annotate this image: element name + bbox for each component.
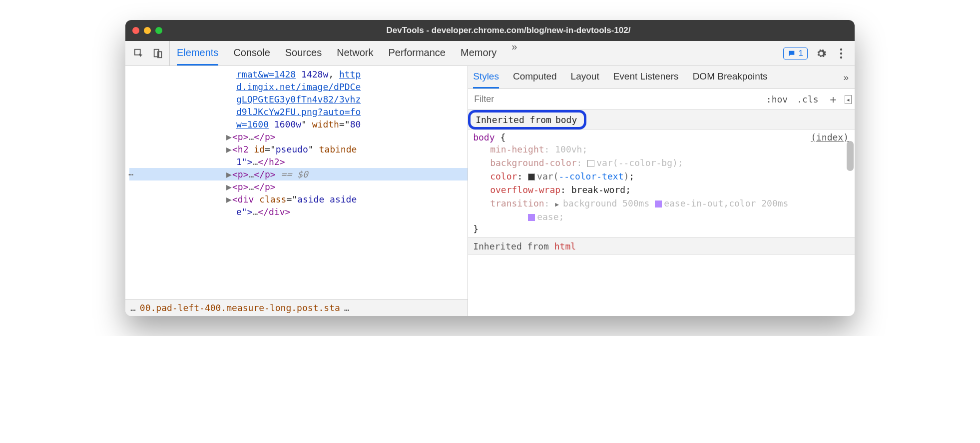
elements-panel: rmat&w=1428 1428w, http d.imgix.net/imag… xyxy=(125,66,468,316)
color-swatch-icon[interactable] xyxy=(528,174,535,180)
svg-point-5 xyxy=(840,56,842,58)
panel-tabs: Elements Console Sources Network Perform… xyxy=(170,41,776,66)
expand-icon[interactable]: ▶ xyxy=(226,169,231,180)
dom-tree[interactable]: rmat&w=1428 1428w, http d.imgix.net/imag… xyxy=(125,66,468,299)
tab-console[interactable]: Console xyxy=(233,41,270,66)
titlebar: DevTools - developer.chrome.com/blog/new… xyxy=(125,20,855,41)
inherited-from-element[interactable]: html xyxy=(554,241,576,252)
new-style-rule-icon[interactable]: ＋ xyxy=(825,92,842,107)
content-area: rmat&w=1428 1428w, http d.imgix.net/imag… xyxy=(125,66,855,316)
subtab-event-listeners[interactable]: Event Listeners xyxy=(613,66,679,88)
expand-icon[interactable]: ▶ xyxy=(226,182,231,192)
css-rule[interactable]: (index) body { min-height: 100vh; backgr… xyxy=(468,130,855,238)
breadcrumb-path[interactable]: 00.pad-left-400.measure-long.post.sta xyxy=(140,302,340,313)
inherited-from-label: Inherited from xyxy=(476,114,551,125)
styles-filter-bar: :hov .cls ＋ ◂ xyxy=(468,89,855,110)
rule-selector[interactable]: body xyxy=(473,132,494,142)
computed-styles-toggle-icon[interactable]: ◂ xyxy=(845,95,852,104)
svg-point-4 xyxy=(840,52,842,54)
tab-elements[interactable]: Elements xyxy=(177,41,218,66)
more-tabs-icon[interactable]: » xyxy=(511,41,517,66)
devtools-window: DevTools - developer.chrome.com/blog/new… xyxy=(125,20,855,316)
zoom-window-button[interactable] xyxy=(155,27,162,34)
breadcrumb-overflow-right[interactable]: … xyxy=(344,302,350,313)
bezier-swatch-icon[interactable] xyxy=(655,200,662,208)
tab-sources[interactable]: Sources xyxy=(285,41,322,66)
color-swatch-icon[interactable] xyxy=(587,160,594,167)
tab-network[interactable]: Network xyxy=(337,41,373,66)
subtab-dom-breakpoints[interactable]: DOM Breakpoints xyxy=(693,66,768,88)
inherited-from-highlight: Inherited from body xyxy=(468,110,586,130)
inherited-from-section: Inherited from html xyxy=(468,238,855,255)
more-subtabs-icon[interactable]: » xyxy=(843,72,855,83)
kebab-menu-icon[interactable] xyxy=(835,47,848,60)
expand-icon[interactable]: ▶ xyxy=(226,194,231,204)
breadcrumb-overflow-left[interactable]: … xyxy=(130,302,136,313)
toggle-cls[interactable]: .cls xyxy=(794,93,821,106)
styles-rules-list[interactable]: Inherited from body (index) body { min-h… xyxy=(468,110,855,316)
breadcrumb[interactable]: … 00.pad-left-400.measure-long.post.sta … xyxy=(125,299,468,316)
selected-dom-node[interactable]: ▶<p>…</p> == $0 xyxy=(129,168,468,180)
main-toolbar: Elements Console Sources Network Perform… xyxy=(125,41,855,66)
subtab-computed[interactable]: Computed xyxy=(513,66,557,88)
issues-badge[interactable]: 1 xyxy=(783,48,808,60)
close-window-button[interactable] xyxy=(132,27,139,34)
subtab-styles[interactable]: Styles xyxy=(473,66,499,88)
expand-icon[interactable]: ▶ xyxy=(226,132,231,142)
device-toolbar-icon[interactable] xyxy=(151,47,164,60)
styles-filter-input[interactable] xyxy=(471,92,760,106)
minimize-window-button[interactable] xyxy=(144,27,151,34)
inspect-element-icon[interactable] xyxy=(132,47,145,60)
expand-icon[interactable]: ▶ xyxy=(226,144,231,154)
sidebar-tabs: Styles Computed Layout Event Listeners D… xyxy=(468,66,855,89)
tab-memory[interactable]: Memory xyxy=(461,41,496,66)
window-title: DevTools - developer.chrome.com/blog/new… xyxy=(169,26,848,36)
window-controls xyxy=(132,27,162,34)
issues-count: 1 xyxy=(799,48,803,58)
styles-pane: Styles Computed Layout Event Listeners D… xyxy=(468,66,855,316)
bezier-swatch-icon[interactable] xyxy=(528,214,535,221)
inherited-from-element[interactable]: body xyxy=(555,114,577,125)
tab-performance[interactable]: Performance xyxy=(389,41,446,66)
rule-source-link[interactable]: (index) xyxy=(811,132,849,142)
settings-icon[interactable] xyxy=(815,47,828,60)
toggle-hov[interactable]: :hov xyxy=(763,93,791,106)
subtab-layout[interactable]: Layout xyxy=(571,66,599,88)
svg-point-3 xyxy=(840,48,842,50)
